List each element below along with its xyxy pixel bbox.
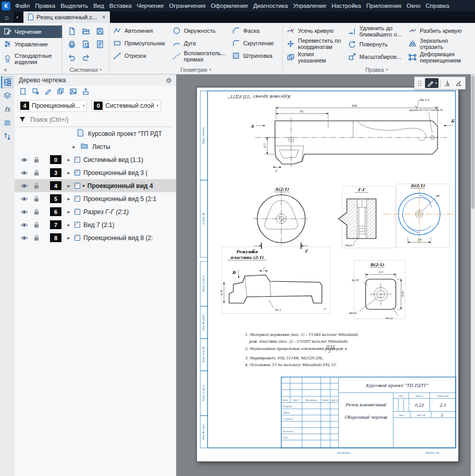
- picture-icon[interactable]: [69, 87, 77, 97]
- tree-view-row-7[interactable]: 7 ▸ Вид 7 (2:1): [15, 218, 176, 231]
- tool-rectangle[interactable]: Прямоугольник: [111, 37, 170, 49]
- layers-stack-icon[interactable]: [57, 87, 65, 97]
- tree-view-row-system[interactable]: 0 ▸ Системный вид (1:1): [15, 153, 176, 166]
- angle-snap-icon[interactable]: [454, 78, 464, 88]
- title-block[interactable]: Изм. Лист № докум. Подп. Дата Разраб. Пр…: [281, 377, 456, 448]
- menu-edit[interactable]: Правка: [32, 0, 58, 11]
- menu-select[interactable]: Выделить: [58, 0, 91, 11]
- menu-view[interactable]: Вид: [91, 0, 107, 11]
- lock-icon[interactable]: [30, 221, 43, 228]
- insert-profile-view[interactable]: Режущая пластина (2:1) В 3 R0.1 6.35 2°: [220, 249, 327, 311]
- tree-view-row-5[interactable]: 5 ▸ Проекционный вид 5 (2:1: [15, 192, 176, 205]
- redo-button[interactable]: [80, 52, 92, 63]
- scrollbar-thumb[interactable]: [471, 76, 474, 209]
- tool-construction-line[interactable]: Вспомогатель... прямая: [171, 49, 229, 63]
- drawing-sheet-svg[interactable]: Перв. примен. Справ. № Подп. и дата Инв.…: [197, 87, 458, 461]
- lock-icon[interactable]: [30, 208, 43, 215]
- perpendicular-snap-icon[interactable]: [442, 78, 452, 88]
- visibility-eye-icon[interactable]: [18, 170, 30, 176]
- drawing-tree-panel-button[interactable]: [1, 76, 14, 89]
- tool-segment[interactable]: Отрезок: [111, 49, 170, 62]
- sheet-settings-icon[interactable]: [19, 87, 27, 97]
- menu-apps[interactable]: Приложения: [364, 0, 404, 11]
- visibility-eye-icon[interactable]: [18, 157, 30, 163]
- view-b-current[interactable]: Б(2:1) Ø6 14: [383, 183, 455, 244]
- expander-icon[interactable]: ▸: [65, 222, 73, 228]
- view-number-badge[interactable]: 5: [50, 194, 61, 203]
- variables-panel-button[interactable]: fx: [1, 103, 14, 116]
- menu-insert[interactable]: Вставка: [107, 0, 134, 11]
- lock-icon[interactable]: [30, 169, 43, 176]
- search-input[interactable]: [29, 116, 151, 124]
- lock-icon[interactable]: [30, 156, 43, 163]
- undo-button[interactable]: [66, 52, 78, 63]
- tool-extend-to-nearest[interactable]: Удлинить до ближайшего о...: [346, 24, 406, 38]
- save-button[interactable]: [94, 26, 106, 37]
- tree-view-row-4-current[interactable]: 4 ▸ ● Проекционный вид 4: [15, 179, 176, 192]
- expander-icon[interactable]: ▸: [65, 170, 73, 176]
- tool-scale[interactable]: Масштабиров...: [346, 51, 406, 63]
- view-number-badge[interactable]: 3: [50, 168, 61, 177]
- view-arrange-icon[interactable]: [32, 87, 40, 97]
- tree-root-item[interactable]: Курсовой проект “ТП РДТ: [15, 127, 176, 140]
- expander-icon[interactable]: ▸: [70, 144, 78, 149]
- lock-icon[interactable]: [30, 195, 43, 202]
- menu-settings[interactable]: Настройка: [329, 0, 364, 11]
- tool-move-by-coordinates[interactable]: Переместить по координатам: [285, 37, 345, 51]
- view-v[interactable]: В(2:1) 6.8 R0.55 9.03 Ø4.45 R0.63: [349, 262, 404, 320]
- menu-file[interactable]: Файл: [12, 0, 32, 11]
- menu-diagnostics[interactable]: Диагностика: [251, 0, 291, 11]
- tool-fillet[interactable]: Скругление: [230, 37, 280, 49]
- collapse-panel-icon[interactable]: «: [4, 66, 7, 73]
- mode-standard-parts[interactable]: Стандартные изделия: [0, 51, 62, 67]
- tool-chamfer[interactable]: Фаска: [230, 24, 280, 37]
- print-preview-button[interactable]: [80, 39, 92, 50]
- tool-split-curve[interactable]: Разбить кривую: [407, 24, 468, 37]
- group-label-geometry[interactable]: Геометрия ▾: [111, 66, 280, 73]
- menu-window[interactable]: Окно: [404, 0, 423, 11]
- current-layer-dropdown[interactable]: 0 Системный слой ▾: [91, 100, 161, 112]
- tool-hatch[interactable]: Штриховка: [230, 49, 280, 62]
- view-number-badge[interactable]: 6: [50, 207, 61, 216]
- visibility-eye-icon[interactable]: [18, 235, 30, 241]
- expander-icon[interactable]: ▸: [65, 235, 73, 241]
- tree-sheets-folder[interactable]: ▸ Листы: [15, 140, 176, 153]
- tool-circle[interactable]: Окружность: [171, 24, 229, 37]
- tool-mirror[interactable]: Зеркально отразить: [407, 37, 468, 51]
- filter-funnel-icon[interactable]: [19, 116, 26, 124]
- toolbar-drag-handle[interactable]: [416, 78, 423, 88]
- drawing-sheet[interactable]: Перв. примен. Справ. № Подп. и дата Инв.…: [197, 87, 458, 461]
- document-tab[interactable]: Резец канавочный.c... ×: [23, 11, 110, 23]
- app-logo-icon[interactable]: К: [2, 2, 10, 10]
- tree-view-row-3[interactable]: 3 ▸ Проекционный вид 3 (: [15, 166, 176, 179]
- expander-icon[interactable]: ▸: [65, 196, 73, 202]
- new-document-button[interactable]: [66, 26, 78, 37]
- section-gg[interactable]: Г-Г М4х0.7: [339, 187, 376, 247]
- view-number-badge[interactable]: 0: [50, 155, 61, 164]
- document-properties-button[interactable]: [94, 39, 106, 50]
- expander-icon[interactable]: ▸: [65, 157, 73, 162]
- menu-management[interactable]: Управление: [291, 0, 329, 11]
- view-number-badge[interactable]: 4: [50, 181, 61, 190]
- tree-view-row-8[interactable]: 8 ▸ Проекционный вид 8 (2:: [15, 231, 176, 244]
- group-label-system[interactable]: Системная ▾: [65, 66, 107, 73]
- vertical-scrollbar[interactable]: [471, 74, 475, 476]
- expander-icon[interactable]: ▸: [65, 183, 73, 189]
- edit-pen-icon[interactable]: [44, 87, 52, 97]
- lock-icon[interactable]: [30, 234, 43, 241]
- export-icon[interactable]: [82, 87, 90, 97]
- close-icon[interactable]: ×: [102, 14, 106, 21]
- menu-help[interactable]: Справка: [423, 0, 452, 11]
- mode-management[interactable]: Управление: [0, 38, 62, 51]
- layers-panel-button[interactable]: [1, 90, 14, 102]
- group-label-edit[interactable]: Правка ▾: [285, 66, 468, 73]
- refresh-views-button[interactable]: [1, 130, 14, 143]
- tree-view-row-section[interactable]: 6 ▸ Разрез Г-Г (2:1): [15, 205, 176, 218]
- main-view[interactable]: 200 70 9.7 2 А Б Ra 3.2 форма А5 ГОСТ 14…: [251, 98, 455, 172]
- current-view-dropdown[interactable]: 4 Проекционный... ▾: [18, 100, 87, 112]
- view-a[interactable]: А(2:1) Г Г: [252, 187, 309, 254]
- home-button[interactable]: ⌂: [0, 11, 14, 23]
- gear-icon[interactable]: ⚙: [166, 77, 172, 84]
- tool-autoline[interactable]: Автолиния: [111, 24, 170, 37]
- visibility-eye-icon[interactable]: [18, 209, 30, 215]
